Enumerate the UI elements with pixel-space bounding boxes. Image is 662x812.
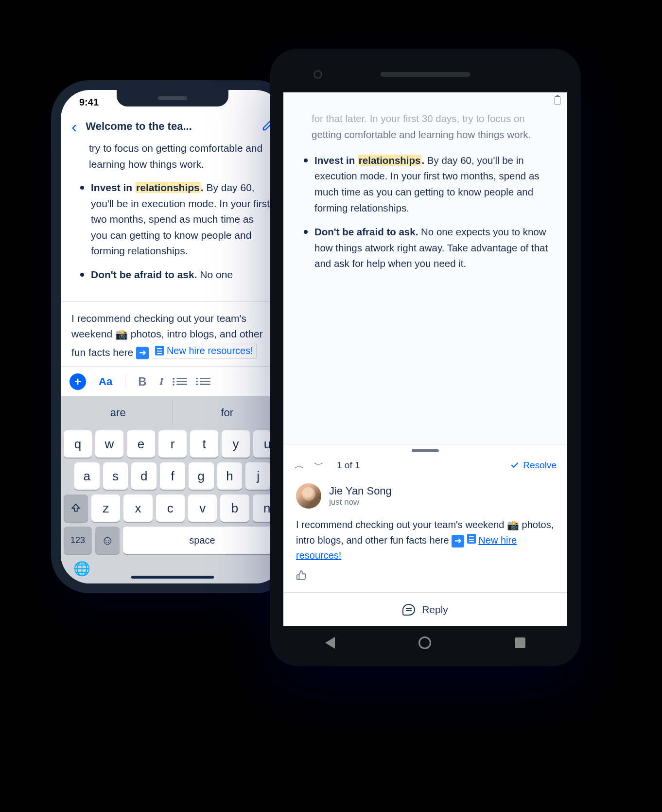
bullet-text: Don't be afraid to ask. No one expects y… — [314, 224, 553, 272]
reply-chat-icon — [402, 604, 415, 616]
avatar[interactable] — [296, 483, 321, 509]
keyboard-key[interactable]: t — [190, 430, 218, 458]
text-style-button[interactable]: Aa — [99, 375, 112, 388]
predictive-suggestion[interactable]: for — [173, 400, 282, 425]
keyboard-key[interactable]: r — [158, 430, 187, 458]
front-camera-icon — [314, 70, 322, 79]
toolbar-separator — [125, 375, 125, 388]
android-screen: for that later. In your first 30 days, t… — [283, 92, 567, 626]
keyboard-key[interactable]: z — [91, 494, 120, 522]
bullet-marker-icon — [80, 186, 84, 190]
reply-button[interactable]: Reply — [283, 592, 567, 626]
comment-body: Jie Yan Song just now I recommend checki… — [283, 479, 567, 592]
keyboard-row: z x c v b n — [64, 494, 281, 522]
bullet-text: Don't be afraid to ask. No one — [91, 267, 233, 283]
comment-author-row: Jie Yan Song just now — [296, 483, 555, 509]
comment-text: I recommend checking out your team's wee… — [296, 517, 555, 563]
android-device-frame: for that later. In your first 30 days, t… — [270, 49, 581, 666]
comment-count: 1 of 1 — [337, 460, 502, 471]
bullet-marker-icon — [304, 230, 308, 234]
document-content[interactable]: for that later. In your first 30 days, t… — [283, 109, 567, 444]
globe-icon[interactable]: 🌐 — [73, 561, 90, 577]
keyboard-key[interactable]: s — [103, 462, 128, 490]
bullet-item: Don't be afraid to ask. No one expects y… — [298, 224, 553, 272]
keyboard-row: q w e r t y u — [64, 430, 281, 458]
comment-time: just now — [329, 497, 392, 507]
bullet-item: Invest in relationships. By day 60, you'… — [74, 180, 271, 259]
editor-toolbar: + Aa B I — [61, 366, 284, 396]
resolve-button[interactable]: Resolve — [510, 460, 557, 471]
ios-keyboard: are for q w e r t y u a s d f g h j — [61, 396, 284, 583]
iphone-header: ‹ Welcome to the tea... — [61, 114, 284, 141]
bold-button[interactable]: B — [138, 375, 146, 388]
comment-panel-header: ︿ ﹀ 1 of 1 Resolve — [283, 454, 567, 479]
bullet-item: Don't be afraid to ask. No one — [74, 267, 271, 283]
bullet-marker-icon — [80, 273, 84, 277]
arrow-right-emoji-icon: ➔ — [136, 347, 149, 359]
document-icon — [155, 346, 164, 355]
speaker-grille — [381, 72, 470, 77]
italic-button[interactable]: I — [159, 375, 163, 388]
bullet-text: try to focus on getting comfortable and … — [74, 141, 271, 172]
document-icon — [467, 534, 476, 544]
keyboard-key[interactable]: e — [127, 430, 155, 458]
iphone-notch — [117, 90, 228, 106]
home-indicator[interactable] — [131, 576, 214, 579]
keyboard-key[interactable]: v — [188, 494, 217, 522]
comment-preview[interactable]: I recommend checking out your team's wee… — [61, 301, 284, 366]
camera-emoji-icon: 📸 — [115, 327, 128, 343]
keyboard-row: a s d f g h j — [64, 462, 281, 490]
keyboard-key[interactable]: f — [160, 462, 185, 490]
keyboard-key[interactable]: b — [220, 494, 249, 522]
bullet-marker-icon — [304, 159, 308, 162]
shift-key[interactable] — [64, 494, 88, 522]
keyboard-bottom-row: 🌐 — [64, 554, 281, 579]
back-chevron-icon[interactable]: ‹ — [71, 118, 77, 135]
iphone-screen: 9:41 ‹ Welcome to the tea... try to focu… — [61, 90, 284, 583]
keyboard-key[interactable]: w — [95, 430, 123, 458]
nav-recent-icon[interactable] — [515, 637, 525, 648]
android-status-bar — [283, 92, 567, 109]
document-content[interactable]: try to focus on getting comfortable and … — [61, 141, 284, 301]
numbered-list-button[interactable] — [200, 378, 210, 385]
status-time: 9:41 — [79, 97, 99, 108]
bullet-text: Invest in relationships. By day 60, you'… — [314, 153, 553, 216]
drag-handle[interactable] — [412, 449, 439, 452]
keyboard-key[interactable]: c — [156, 494, 185, 522]
iphone-device-frame: 9:41 ‹ Welcome to the tea... try to focu… — [51, 80, 294, 593]
numbers-key[interactable]: 123 — [64, 527, 92, 554]
keyboard-key[interactable]: j — [245, 462, 271, 490]
arrow-right-emoji-icon: ➔ — [452, 535, 464, 547]
prev-comment-chevron-icon[interactable]: ︿ — [294, 458, 305, 473]
bullet-list-button[interactable] — [176, 378, 187, 385]
next-comment-chevron-icon[interactable]: ﹀ — [314, 458, 324, 473]
android-nav-bar — [283, 628, 567, 657]
keyboard-key[interactable]: g — [189, 462, 214, 490]
keyboard-row: 123 ☺ space — [64, 527, 281, 554]
comment-panel: ︿ ﹀ 1 of 1 Resolve Jie Yan Song just now — [283, 444, 567, 626]
predictive-text-row: are for — [64, 400, 281, 425]
space-key[interactable]: space — [123, 527, 281, 554]
keyboard-key[interactable]: y — [222, 430, 250, 458]
nav-home-icon[interactable] — [418, 636, 431, 649]
keyboard-key[interactable]: q — [64, 430, 92, 458]
keyboard-key[interactable]: x — [123, 494, 152, 522]
like-thumbs-up-icon[interactable] — [296, 570, 555, 583]
author-name: Jie Yan Song — [329, 485, 392, 497]
predictive-suggestion[interactable]: are — [64, 400, 173, 425]
nav-back-icon[interactable] — [325, 637, 335, 649]
keyboard-key[interactable]: a — [74, 462, 100, 490]
bullet-text: Invest in relationships. By day 60, you'… — [91, 180, 271, 259]
page-title: Welcome to the tea... — [86, 120, 253, 133]
camera-emoji-icon: 📸 — [507, 518, 519, 533]
keyboard-key[interactable]: d — [131, 462, 157, 490]
notch-speaker — [158, 96, 187, 100]
emoji-key[interactable]: ☺ — [95, 527, 120, 554]
keyboard-key[interactable]: h — [217, 462, 243, 490]
bullet-text: for that later. In your first 30 days, t… — [298, 111, 553, 143]
page-link-chip[interactable]: New hire resources! — [152, 343, 257, 359]
bullet-item: Invest in relationships. By day 60, you'… — [298, 153, 553, 216]
battery-icon — [555, 96, 560, 105]
insert-plus-button[interactable]: + — [70, 373, 86, 390]
